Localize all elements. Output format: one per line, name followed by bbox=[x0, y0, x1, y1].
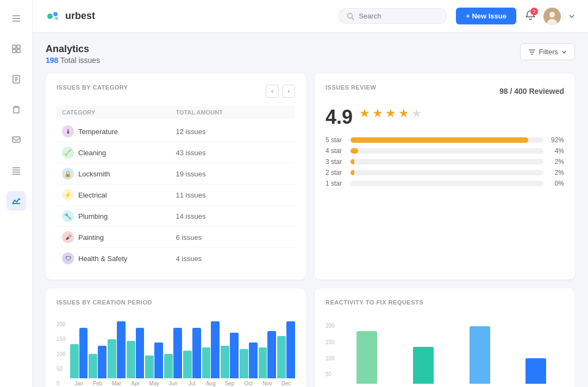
bar-star-label: 3 star bbox=[326, 158, 346, 166]
sidebar-message-icon[interactable] bbox=[7, 130, 26, 150]
stars-row: ★ ★ ★ ★ ★ bbox=[359, 106, 422, 120]
bar-group bbox=[127, 328, 145, 378]
col-amount: TOTAL AMOUNT bbox=[176, 109, 290, 116]
category-cell: ⚡ Electrical bbox=[62, 189, 176, 201]
y-label-0: 0 bbox=[57, 380, 66, 386]
bar-fill bbox=[351, 137, 528, 143]
svg-rect-4 bbox=[17, 45, 20, 48]
category-name: Cleaning bbox=[78, 149, 106, 157]
react-bar-col bbox=[413, 347, 434, 384]
month-label: Mar bbox=[108, 380, 126, 386]
bar-group bbox=[164, 328, 182, 378]
last-year-bar bbox=[202, 347, 211, 378]
sidebar-list-icon[interactable] bbox=[7, 161, 26, 180]
total-label: Total issues bbox=[60, 56, 100, 65]
y-label-150: 150 bbox=[57, 336, 66, 342]
issues-review-title: ISSUES REVIEW bbox=[326, 84, 376, 91]
bar-star-label: 4 star bbox=[326, 147, 346, 155]
this-year-bar bbox=[98, 346, 107, 378]
react-bar bbox=[356, 331, 377, 384]
filter-icon bbox=[528, 48, 536, 56]
react-y-150: 150 bbox=[326, 339, 335, 345]
col-category: CATEGORY bbox=[62, 109, 176, 116]
filters-label: Filters bbox=[539, 48, 558, 56]
bar-group bbox=[240, 342, 258, 378]
search-input[interactable] bbox=[359, 12, 435, 20]
issues-by-period-card: ISSUES BY CREATION PERIOD 0 50 100 150 2… bbox=[46, 288, 306, 387]
review-bar-row: 2 star 2% bbox=[326, 169, 564, 176]
last-year-bar bbox=[221, 346, 229, 378]
page-header: Analytics 198 Total issues Filters bbox=[46, 43, 575, 65]
sidebar-analytics-icon[interactable] bbox=[7, 191, 26, 211]
category-name: Health & Safety bbox=[78, 255, 127, 263]
month-label: Apr bbox=[127, 380, 145, 386]
table-row: 🔧 Plumbing 14 issues bbox=[57, 206, 295, 227]
sidebar-dashboard-icon[interactable] bbox=[7, 39, 26, 59]
svg-point-24 bbox=[549, 11, 555, 17]
bar-pct-label: 4% bbox=[548, 147, 564, 155]
month-label: Jan bbox=[70, 380, 88, 386]
last-year-bar bbox=[70, 344, 79, 378]
main-content: Analytics 198 Total issues Filters ISS bbox=[33, 33, 588, 387]
period-x-labels: JanFebMarAprMayJunJulAugSepOctNovDec bbox=[70, 380, 295, 386]
app-header: urbest + New Issue 2 bbox=[33, 0, 588, 33]
bar-group bbox=[202, 321, 220, 378]
bar-group bbox=[277, 321, 295, 378]
issues-by-category-title: ISSUES BY CATEGORY bbox=[57, 84, 128, 91]
category-icon: 🖌 bbox=[62, 231, 74, 243]
table-row: 🧹 Cleaning 43 issues bbox=[57, 142, 295, 163]
month-label: Dec bbox=[277, 380, 295, 386]
category-icon: 🧹 bbox=[62, 147, 74, 158]
month-label: May bbox=[145, 380, 163, 386]
bar-pct-label: 0% bbox=[548, 180, 564, 187]
category-table-body: 🌡 Temperature 12 issues 🧹 Cleaning 43 is… bbox=[57, 121, 295, 269]
issues-by-category-card: ISSUES BY CATEGORY ‹ › CATEGORY TOTAL AM… bbox=[46, 73, 306, 280]
react-y-200: 200 bbox=[326, 323, 335, 329]
svg-rect-3 bbox=[12, 45, 16, 48]
total-count: 198 bbox=[46, 56, 58, 65]
this-year-bar bbox=[192, 328, 201, 378]
period-y-axis: 0 50 100 150 200 bbox=[57, 321, 66, 386]
react-bar-col bbox=[526, 358, 546, 384]
category-icon: 🔒 bbox=[62, 168, 74, 180]
react-bar-col bbox=[356, 331, 377, 384]
month-label: Nov bbox=[259, 380, 277, 386]
user-avatar[interactable] bbox=[543, 8, 561, 25]
table-row: 🔒 Locksmith 19 issues bbox=[57, 163, 295, 185]
review-bars: 5 star 92% 4 star 4% 3 star 2% 2 star 2%… bbox=[326, 136, 564, 187]
react-bar-col bbox=[470, 326, 490, 384]
logo-text: urbest bbox=[65, 10, 95, 22]
category-icon: 🛡 bbox=[62, 252, 74, 264]
search-bar[interactable] bbox=[339, 8, 447, 24]
svg-rect-5 bbox=[12, 49, 16, 53]
avatar-chevron-icon[interactable] bbox=[568, 13, 575, 20]
this-year-bar bbox=[154, 342, 163, 378]
category-name: Locksmith bbox=[78, 170, 110, 178]
bar-track bbox=[351, 137, 543, 143]
last-year-bar bbox=[145, 356, 154, 378]
last-year-bar bbox=[277, 336, 286, 378]
react-bar bbox=[413, 347, 434, 384]
new-issue-button[interactable]: + New Issue bbox=[456, 8, 516, 24]
sidebar-trash-icon[interactable] bbox=[7, 100, 26, 119]
sidebar-menu-icon[interactable] bbox=[7, 9, 26, 28]
bar-star-label: 2 star bbox=[326, 169, 346, 176]
category-cell: 🖌 Painting bbox=[62, 231, 176, 243]
table-prev-button[interactable]: ‹ bbox=[266, 85, 279, 98]
amount-cell: 4 issues bbox=[176, 255, 290, 263]
bar-pct-label: 2% bbox=[548, 169, 564, 176]
this-year-bar bbox=[286, 321, 295, 378]
y-label-200: 200 bbox=[57, 321, 66, 327]
star-3: ★ bbox=[385, 106, 396, 120]
table-row: 🌡 Temperature 12 issues bbox=[57, 121, 295, 142]
this-year-bar bbox=[136, 328, 145, 378]
category-cell: 🧹 Cleaning bbox=[62, 147, 176, 158]
filters-button[interactable]: Filters bbox=[520, 43, 575, 60]
notification-icon[interactable]: 2 bbox=[525, 10, 536, 22]
category-name: Painting bbox=[78, 233, 104, 242]
amount-cell: 43 issues bbox=[176, 149, 290, 157]
table-next-button[interactable]: › bbox=[282, 85, 295, 98]
month-label: Feb bbox=[89, 380, 107, 386]
category-name: Temperature bbox=[78, 128, 118, 136]
sidebar-document-icon[interactable] bbox=[7, 69, 26, 89]
